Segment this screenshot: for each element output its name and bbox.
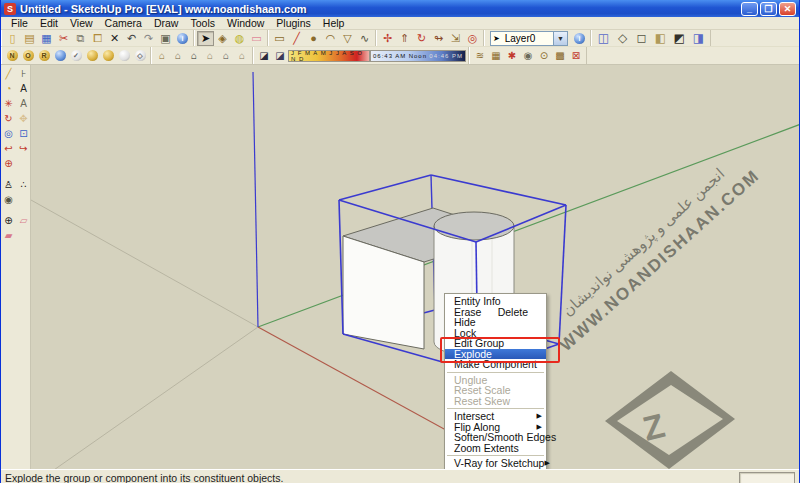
- shaded-sphere-icon[interactable]: i: [571, 31, 588, 46]
- zoom-window-icon[interactable]: ⊡: [16, 126, 31, 141]
- iso-view-icon[interactable]: ⌂: [154, 49, 170, 63]
- follow-me-icon[interactable]: ↬: [430, 31, 447, 46]
- section-display-icon[interactable]: ▱: [16, 213, 31, 228]
- menu-plugins[interactable]: Plugins: [270, 17, 316, 30]
- shaded-mode-icon[interactable]: ◧: [651, 30, 670, 46]
- eraser-icon[interactable]: ▭: [248, 31, 265, 46]
- zoom-icon[interactable]: ◎: [1, 126, 16, 141]
- vray-checker-icon[interactable]: ✓: [68, 49, 84, 63]
- vray-sphere-icon[interactable]: [52, 49, 68, 63]
- vray-material-editor-icon[interactable]: N: [4, 49, 20, 63]
- right-view-icon[interactable]: ⌂: [202, 49, 218, 63]
- offset-icon[interactable]: ◎: [464, 31, 481, 46]
- zoom-extents-icon[interactable]: ⊕: [1, 156, 16, 171]
- context-menu-item-v-ray-for-sketchup[interactable]: V-Ray for Sketchup▶: [445, 458, 546, 469]
- previous-view-icon[interactable]: ↩: [1, 141, 16, 156]
- section-cut-icon[interactable]: ▰: [1, 228, 16, 243]
- flip-edge-icon[interactable]: ⊠: [568, 49, 584, 63]
- context-menu-item-soften-smooth-edges[interactable]: Soften/Smooth Edges: [445, 432, 546, 443]
- hidden-line-mode-icon[interactable]: ◻: [632, 30, 651, 46]
- select-icon[interactable]: ➤: [197, 31, 214, 46]
- context-menu-item-intersect[interactable]: Intersect▶: [445, 411, 546, 422]
- axes-tool-icon[interactable]: ✳: [1, 96, 16, 111]
- make-component-icon[interactable]: ◈: [214, 31, 231, 46]
- save-icon[interactable]: ▦: [38, 31, 55, 46]
- dropdown-arrow-icon[interactable]: ▼: [553, 32, 567, 45]
- context-menu-item-reset-skew[interactable]: Reset Skew: [445, 396, 546, 407]
- from-contours-icon[interactable]: ≋: [472, 49, 488, 63]
- look-around-icon[interactable]: ◉: [1, 192, 16, 207]
- add-detail-icon[interactable]: ▩: [552, 49, 568, 63]
- context-menu-item-entity-info[interactable]: Entity Info: [445, 296, 546, 307]
- next-view-icon[interactable]: ↪: [16, 141, 31, 156]
- walk-icon[interactable]: ∴: [16, 177, 31, 192]
- context-menu-item-hide[interactable]: Hide: [445, 317, 546, 328]
- from-scratch-icon[interactable]: ▦: [488, 49, 504, 63]
- context-menu-item-zoom-extents[interactable]: Zoom Extents: [445, 443, 546, 454]
- minimize-button[interactable]: _: [741, 2, 758, 16]
- rotate-icon[interactable]: ↻: [413, 31, 430, 46]
- position-camera-icon[interactable]: ♙: [1, 177, 16, 192]
- vray-plane-icon[interactable]: ◇: [132, 49, 148, 63]
- context-menu-item-make-component[interactable]: Make Component: [445, 359, 546, 370]
- freehand-icon[interactable]: ∿: [356, 31, 373, 46]
- menu-help[interactable]: Help: [317, 17, 351, 30]
- top-view-icon[interactable]: ⌂: [170, 49, 186, 63]
- modeling-viewport[interactable]: Z انجمن علمی و پژوهشی نواندیشان WWW.NOAN…: [31, 65, 799, 469]
- copy-icon[interactable]: ⧉: [72, 31, 89, 46]
- redo-icon[interactable]: ↷: [140, 31, 157, 46]
- drape-icon[interactable]: ⊙: [536, 49, 552, 63]
- menu-tools[interactable]: Tools: [184, 17, 221, 30]
- vray-render-icon[interactable]: R: [36, 49, 52, 63]
- close-button[interactable]: ✕: [779, 2, 796, 16]
- stamp-icon[interactable]: ◉: [520, 49, 536, 63]
- protractor-icon[interactable]: ◔: [1, 81, 16, 96]
- paste-icon[interactable]: ⧠: [89, 31, 106, 46]
- shadow-toggle-icon[interactable]: ◪: [272, 49, 288, 63]
- vray-options-icon[interactable]: O: [20, 49, 36, 63]
- left-view-icon[interactable]: ⌂: [234, 49, 250, 63]
- line-icon[interactable]: ╱: [288, 31, 305, 46]
- section-plane-icon[interactable]: ⊕: [1, 213, 16, 228]
- xray-mode-icon[interactable]: ◫: [594, 30, 613, 46]
- print-icon[interactable]: ▣: [157, 31, 174, 46]
- open-icon[interactable]: ▤: [21, 31, 38, 46]
- cylinder-top-face[interactable]: [434, 212, 514, 240]
- pan-icon[interactable]: ✥: [16, 111, 31, 126]
- context-menu-item-reset-scale[interactable]: Reset Scale: [445, 385, 546, 396]
- model-info-icon[interactable]: i: [174, 31, 191, 46]
- text-tool-icon[interactable]: A: [16, 81, 31, 96]
- context-menu-item-edit-group[interactable]: Edit Group: [445, 338, 546, 349]
- push-pull-icon[interactable]: ⇑: [396, 31, 413, 46]
- paint-bucket-icon[interactable]: ◍: [231, 31, 248, 46]
- menu-window[interactable]: Window: [221, 17, 270, 30]
- measurements-box[interactable]: [739, 472, 795, 483]
- back-view-icon[interactable]: ⌂: [218, 49, 234, 63]
- circle-icon[interactable]: ●: [305, 31, 322, 46]
- polygon-icon[interactable]: ▽: [339, 31, 356, 46]
- tape-measure-icon[interactable]: ╱: [1, 66, 16, 81]
- menu-draw[interactable]: Draw: [148, 17, 185, 30]
- rectangle-icon[interactable]: ▭: [271, 31, 288, 46]
- vray-dome-icon[interactable]: [116, 49, 132, 63]
- undo-icon[interactable]: ↶: [123, 31, 140, 46]
- title-bar[interactable]: S Untitled - SketchUp Pro [EVAL] www.noa…: [1, 0, 799, 17]
- vray-spot-light-icon[interactable]: [100, 49, 116, 63]
- shaded-textures-mode-icon[interactable]: ◩: [670, 30, 689, 46]
- cut-icon[interactable]: ✂: [55, 31, 72, 46]
- menu-camera[interactable]: Camera: [99, 17, 148, 30]
- shadow-time-slider[interactable]: 06:43 AMNoon04:46 PM: [370, 50, 466, 62]
- arc-icon[interactable]: ◠: [322, 31, 339, 46]
- new-icon[interactable]: ▯: [4, 31, 21, 46]
- vray-light-icon[interactable]: [84, 49, 100, 63]
- restore-button[interactable]: ❐: [760, 2, 777, 16]
- erase-icon[interactable]: ✕: [106, 31, 123, 46]
- move-icon[interactable]: ✢: [379, 31, 396, 46]
- shadow-dialog-icon[interactable]: ◪: [256, 49, 272, 63]
- menu-view[interactable]: View: [64, 17, 99, 30]
- scale-icon[interactable]: ⇲: [447, 31, 464, 46]
- 3d-text-icon[interactable]: A: [16, 96, 31, 111]
- orbit-icon[interactable]: ↻: [1, 111, 16, 126]
- monochrome-mode-icon[interactable]: ◨: [689, 30, 708, 46]
- dimension-icon[interactable]: ⊦: [16, 66, 31, 81]
